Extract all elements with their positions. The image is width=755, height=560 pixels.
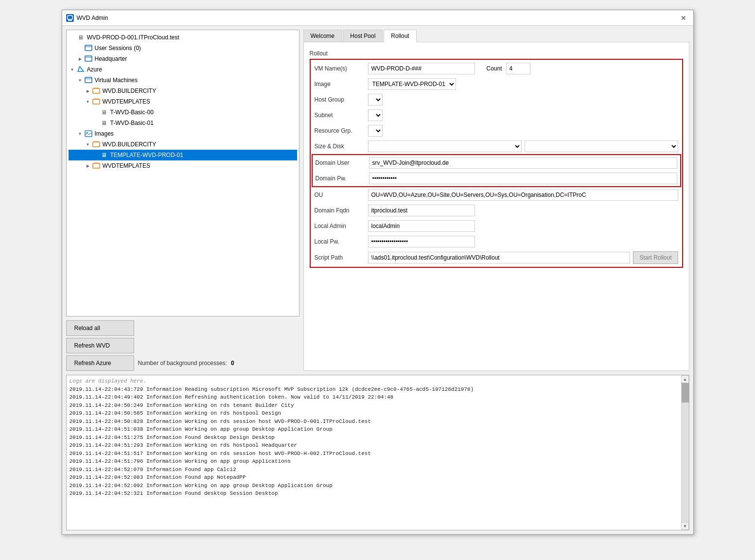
size-disk-label: Size & Disk bbox=[312, 139, 365, 154]
tree-label: WVDTEMPLATES bbox=[103, 162, 150, 169]
window-title: WVD Admin bbox=[77, 15, 108, 21]
vm-icon bbox=[92, 140, 101, 149]
host-group-label: Host Group bbox=[312, 92, 365, 107]
subnet-row: Subnet bbox=[312, 107, 681, 123]
log-line: 2019.11.14-22:04:51:517 Information Work… bbox=[70, 450, 678, 458]
log-line: 2019.11.14-22:04:52:321 Information Foun… bbox=[70, 490, 678, 498]
tree-view: 🖥 WVD-PROD-D-001.ITProCloud.test User Se… bbox=[66, 30, 299, 316]
disk-select[interactable] bbox=[525, 140, 678, 152]
log-line: 2019.11.14-22:04:51:038 Information Work… bbox=[70, 425, 678, 434]
domain-user-input[interactable] bbox=[369, 157, 677, 169]
main-window: WVD Admin ✕ 🖥 WVD-PROD-D-001.ITProCloud.… bbox=[62, 10, 694, 535]
domain-user-row: Domain User bbox=[313, 155, 680, 171]
domain-pw-input[interactable] bbox=[369, 173, 677, 184]
refresh-wvd-button[interactable]: Refresh WVD bbox=[66, 338, 134, 353]
tree-expand-icon: ▼ bbox=[84, 100, 92, 104]
tree-item-wvdtemplates2[interactable]: ▶ WVDTEMPLATES bbox=[69, 160, 297, 171]
svg-rect-18 bbox=[94, 141, 99, 142]
scroll-thumb[interactable] bbox=[682, 383, 689, 402]
scroll-track[interactable] bbox=[682, 383, 689, 522]
log-line: 2019.11.14-22:04:51:293 Information Work… bbox=[70, 441, 678, 450]
ou-label: OU bbox=[312, 187, 365, 203]
log-line: 2019.11.14-22:04:50:249 Information Work… bbox=[70, 402, 678, 410]
title-bar: WVD Admin ✕ bbox=[62, 10, 693, 26]
local-pw-input[interactable] bbox=[368, 236, 475, 247]
tab-welcome[interactable]: Welcome bbox=[303, 30, 342, 42]
tree-item-azure[interactable]: ▼ Azure bbox=[69, 64, 297, 75]
tab-rollout[interactable]: Rollout bbox=[384, 30, 416, 42]
tree-item-images-buildercity[interactable]: ▼ WVD.BUILDERCITY bbox=[69, 139, 297, 150]
log-line: 2019.11.14-22:04:51:796 Information Work… bbox=[70, 457, 678, 466]
tree-item-prod001[interactable]: 🖥 WVD-PROD-D-001.ITProCloud.test bbox=[69, 32, 297, 43]
group-icon bbox=[84, 44, 93, 52]
tree-label: WVD-PROD-D-001.ITProCloud.test bbox=[87, 34, 179, 41]
tree-label: User Sessions (0) bbox=[95, 45, 141, 52]
svg-marker-8 bbox=[78, 67, 84, 71]
image-label: Image bbox=[312, 76, 365, 92]
tree-item-template-prod01[interactable]: 🖥 TEMPLATE-WVD-PROD-01 bbox=[69, 150, 297, 160]
tree-expand-icon: ▼ bbox=[76, 78, 84, 83]
vm-names-label: VM Name(s) bbox=[312, 61, 365, 76]
svg-rect-0 bbox=[68, 16, 72, 19]
refresh-azure-button[interactable]: Refresh Azure bbox=[66, 355, 134, 371]
scroll-up-arrow[interactable]: ▲ bbox=[681, 375, 689, 383]
vm-icon bbox=[92, 87, 101, 95]
script-path-input[interactable] bbox=[368, 252, 631, 263]
monitor-icon: 🖥 bbox=[76, 33, 85, 42]
tree-item-twvdbasic00[interactable]: 🖥 T-WVD-Basic-00 bbox=[69, 107, 297, 118]
tree-item-wvdtemplates[interactable]: ▼ WVDTEMPLATES bbox=[69, 96, 297, 107]
tree-expand-icon: ▼ bbox=[69, 68, 76, 72]
tree-expand-icon: ▶ bbox=[84, 164, 92, 168]
log-content: Logs are displayed here. 2019.11.14-22:0… bbox=[67, 375, 681, 530]
group-icon bbox=[84, 54, 93, 63]
tree-item-buildercity[interactable]: ▶ WVD.BUILDERCITY bbox=[69, 86, 297, 96]
tree-item-headquarter[interactable]: ▶ Headquarter bbox=[69, 53, 297, 64]
size-disk-row: Size & Disk bbox=[312, 139, 681, 154]
left-panel: 🖥 WVD-PROD-D-001.ITProCloud.test User Se… bbox=[66, 30, 299, 371]
tab-hostpool[interactable]: Host Pool bbox=[343, 30, 383, 42]
tree-item-twvdbasic01[interactable]: 🖥 T-WVD-Basic-01 bbox=[69, 118, 297, 128]
local-pw-label: Local Pw. bbox=[312, 234, 365, 249]
svg-rect-13 bbox=[93, 99, 100, 104]
log-line: 2019.11.14-22:04:50:828 Information Work… bbox=[70, 418, 678, 426]
log-scrollbar[interactable]: ▲ ▼ bbox=[681, 375, 689, 530]
domain-fqdn-label: Domain Fqdn bbox=[312, 203, 365, 218]
log-line: 2019.11.14-22:04:52:083 Information Foun… bbox=[70, 473, 678, 482]
count-input[interactable] bbox=[506, 63, 530, 74]
log-line: 2019.11.14-22:04:43:729 Information Read… bbox=[70, 385, 678, 394]
log-line: 2019.11.14-22:04:50:585 Information Work… bbox=[70, 409, 678, 418]
size-select[interactable] bbox=[368, 140, 522, 152]
scroll-down-arrow[interactable]: ▼ bbox=[681, 522, 689, 530]
svg-rect-9 bbox=[85, 77, 92, 83]
log-with-scroll: Logs are displayed here. 2019.11.14-22:0… bbox=[67, 375, 689, 530]
host-group-select[interactable] bbox=[368, 94, 383, 105]
image-select[interactable]: TEMPLATE-WVD-PROD-01 bbox=[368, 78, 456, 90]
tab-content-rollout: Rollout VM Name(s) Count bbox=[303, 42, 689, 371]
subnet-label: Subnet bbox=[312, 107, 365, 123]
rollout-form: VM Name(s) Count bbox=[310, 59, 683, 268]
tree-label: Images bbox=[95, 130, 114, 137]
tree-item-vms[interactable]: ▼ Virtual Machines bbox=[69, 75, 297, 86]
log-panel: Logs are displayed here. 2019.11.14-22:0… bbox=[66, 375, 689, 530]
svg-rect-12 bbox=[94, 88, 99, 89]
vm-names-input[interactable] bbox=[368, 63, 475, 74]
domain-fqdn-input[interactable] bbox=[368, 205, 475, 216]
reload-all-button[interactable]: Reload all bbox=[66, 320, 134, 336]
image-row: Image TEMPLATE-WVD-PROD-01 bbox=[312, 76, 681, 92]
start-rollout-button[interactable]: Start Rollout bbox=[633, 251, 678, 264]
tree-item-images[interactable]: ▼ Images bbox=[69, 128, 297, 139]
close-button[interactable]: ✕ bbox=[678, 12, 689, 24]
log-line: 2019.11.14-22:04:52:070 Information Foun… bbox=[70, 466, 678, 474]
resource-grp-select[interactable] bbox=[368, 125, 383, 137]
resource-grp-row: Resource Grp. bbox=[312, 123, 681, 139]
tree-label: WVDTEMPLATES bbox=[103, 98, 150, 105]
subnet-select[interactable] bbox=[368, 109, 383, 121]
ou-input[interactable] bbox=[368, 189, 678, 201]
domain-pw-row: Domain Pw. bbox=[313, 171, 680, 186]
rollout-section-header: Rollout bbox=[310, 48, 683, 59]
tree-expand-icon: ▼ bbox=[84, 142, 92, 147]
bg-processes-label: Number of background processes: bbox=[138, 360, 227, 367]
local-admin-input[interactable] bbox=[368, 220, 475, 232]
domain-table: Domain User Domain Pw. bbox=[313, 155, 680, 186]
tree-item-usersessions[interactable]: User Sessions (0) bbox=[69, 43, 297, 53]
